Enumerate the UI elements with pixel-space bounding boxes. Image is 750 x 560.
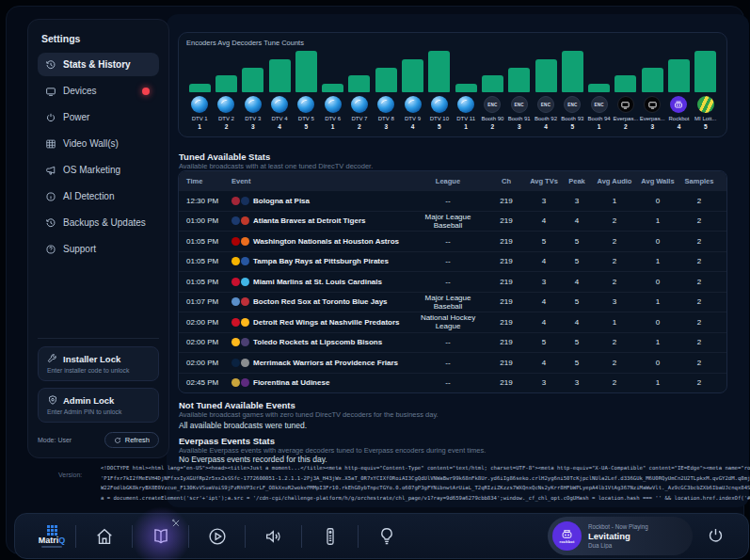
avg-audio-cell: 1 — [593, 318, 636, 327]
sidebar-item-os-marketing[interactable]: OS Marketing — [38, 158, 159, 182]
dtv-icon — [271, 96, 288, 113]
chart-column: DTV 44 — [266, 49, 293, 130]
chart-value-label: 5 — [570, 123, 574, 130]
home-icon[interactable] — [76, 513, 132, 559]
admin-lock-card[interactable]: Admin Lock Enter Admin PIN to unlock — [38, 388, 159, 423]
peak-cell: 5 — [561, 338, 593, 346]
sidebar-item-stats-history[interactable]: Stats & History — [38, 53, 159, 76]
team-logo-icon — [241, 338, 249, 346]
event-time: 01:05 PM — [186, 237, 231, 246]
chart-column: Rockbot4 — [665, 49, 692, 130]
chart-category-label: Booth 94 — [588, 116, 611, 121]
league-cell: -- — [410, 197, 486, 205]
chart-category-label: DTV 5 — [298, 116, 314, 121]
chart-column: ENCBooth 935 — [559, 49, 585, 130]
history-icon — [45, 59, 56, 71]
tuned-stats-table: TimeEventLeagueChAvg TVsPeakAvg AudioAvg… — [178, 170, 727, 393]
chart-value-label: 5 — [438, 123, 441, 130]
everpass-icon — [644, 96, 661, 113]
installer-lock-card[interactable]: Installer Lock Enter installer code to u… — [38, 346, 159, 381]
chart-column: Everpas...2 — [613, 49, 639, 130]
sidebar-menu: Stats & HistoryDevicesPowerVideo Wall(s)… — [38, 53, 159, 264]
avg-walls-cell: 1 — [636, 338, 679, 346]
league-cell: -- — [410, 359, 486, 367]
avg-audio-cell: 1 — [593, 197, 636, 205]
bar — [482, 75, 503, 92]
guide-book-icon[interactable] — [133, 513, 188, 559]
chart-value-label: 4 — [278, 123, 281, 130]
avg-walls-cell: 0 — [636, 237, 679, 246]
chart-category-label: DTV 8 — [378, 116, 394, 121]
matriq-tagline — [41, 546, 62, 548]
not-tuned-subtitle: Available broadcast games with zero tune… — [179, 410, 439, 419]
now-playing-card[interactable]: rockbot Rockbot - Now Playing Levitating… — [548, 517, 693, 555]
event-cell: Washington Nationals at Houston Astros — [231, 237, 410, 246]
volume-icon[interactable] — [246, 513, 301, 559]
event-name: Bocton Red Sox at Toronto Blue Jays — [253, 297, 388, 306]
column-header: Event — [231, 177, 410, 185]
event-time: 02:00 PM — [186, 359, 231, 367]
refresh-button[interactable]: Refresh — [104, 432, 159, 448]
bar — [562, 51, 583, 92]
bulb-icon[interactable] — [359, 513, 414, 559]
table-row: 02:00 PMMerrimack Warriors at Providence… — [179, 352, 726, 373]
avg-walls-cell: 0 — [636, 359, 679, 367]
league-cell: -- — [410, 278, 486, 286]
sidebar-item-support[interactable]: Support — [38, 237, 159, 261]
chart-value-label: 2 — [624, 123, 628, 130]
enc-icon: ENC — [564, 96, 581, 113]
bar — [348, 75, 370, 92]
avg-audio-cell: 2 — [593, 378, 636, 387]
milottery-icon — [697, 96, 714, 113]
enc-icon: ENC — [591, 96, 608, 113]
admin-lock-title: Admin Lock — [63, 395, 114, 406]
event-time: 01:05 PM — [186, 257, 231, 265]
team-logo-icon — [241, 237, 249, 246]
power-button[interactable] — [706, 526, 726, 546]
column-header: Time — [186, 177, 231, 185]
ch-cell: 219 — [486, 257, 527, 265]
chart-category-label: DTV 1 — [192, 116, 208, 121]
team-logo-icon — [241, 318, 249, 327]
dtv-icon — [377, 96, 394, 113]
tools-badge-icon — [171, 515, 181, 532]
grid-icon — [45, 138, 56, 150]
avg-tvs-cell: 3 — [527, 197, 561, 205]
chart-category-label: Booth 91 — [508, 116, 531, 121]
sidebar-item-power[interactable]: Power — [38, 105, 159, 129]
avg-walls-cell: 1 — [636, 378, 679, 387]
version-line: 'P1Ffxr7kI2fMeEVH4DjNFfxxIyXGUfRp2r5xx2s… — [101, 473, 750, 484]
peak-cell: 4 — [561, 318, 593, 327]
chart-category-label: DTV 6 — [325, 116, 341, 121]
peak-cell: 5 — [561, 297, 593, 306]
team-logo-icon — [241, 257, 249, 265]
ch-cell: 219 — [486, 197, 527, 205]
league-cell: -- — [410, 237, 486, 246]
avg-tvs-cell: 4 — [527, 216, 561, 225]
table-header-row: TimeEventLeagueChAvg TVsPeakAvg AudioAvg… — [179, 171, 726, 190]
table-row: 01:05 PMWashington Nationals at Houston … — [179, 231, 726, 251]
column-header: Ch — [486, 177, 527, 185]
avg-tvs-cell: 4 — [527, 359, 561, 367]
sidebar-item-video-wall-s[interactable]: Video Wall(s) — [38, 132, 159, 155]
event-name: Fiorentina at Udinese — [253, 378, 329, 387]
event-time: 01:05 PM — [186, 278, 231, 286]
sidebar-item-backups-updates[interactable]: Backups & Updates — [38, 211, 159, 234]
event-time: 01:07 PM — [186, 297, 231, 306]
table-body: 12:30 PMBologna at Pisa--2193310201:00 P… — [179, 190, 726, 392]
encoders-chart-card: Encoders Avg Decoders Tune Counts DTV 11… — [178, 32, 727, 137]
avg-audio-cell: 2 — [593, 237, 636, 246]
sidebar-item-devices[interactable]: Devices — [38, 79, 159, 103]
chart-column: DTV 94 — [399, 49, 425, 130]
everpass-icon — [617, 96, 634, 113]
dtv-icon — [325, 96, 342, 113]
bar — [189, 84, 211, 92]
chart-column: Everpas...3 — [639, 49, 665, 130]
app-frame: Encoders Avg Decoders Tune Counts DTV 11… — [6, 6, 744, 554]
chart-category-label: DTV 7 — [351, 116, 367, 121]
remote-icon[interactable] — [302, 513, 358, 559]
play-icon[interactable] — [189, 513, 245, 559]
team-logo-icon — [231, 338, 240, 346]
bar — [642, 68, 663, 92]
sidebar-item-ai-detection[interactable]: AI Detection — [38, 184, 159, 208]
